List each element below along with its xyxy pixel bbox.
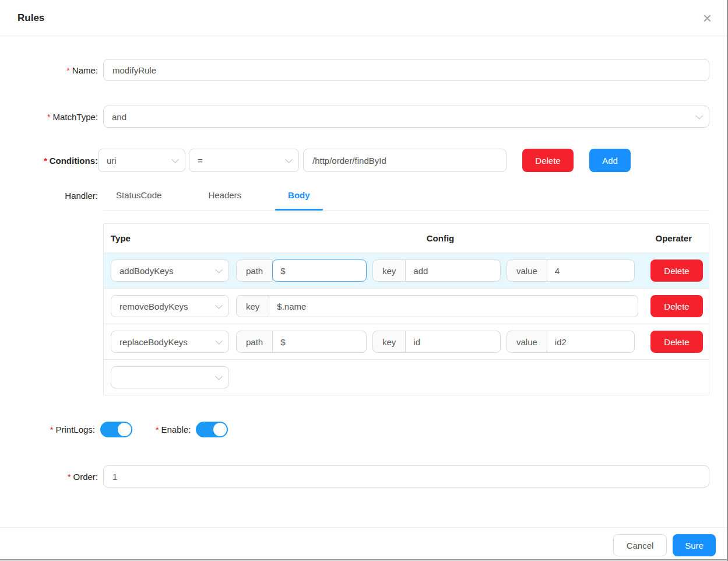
chevron-down-icon [695, 112, 703, 120]
condition-operator-select[interactable]: = [189, 149, 299, 172]
conditions-label: *Conditions: [0, 156, 98, 166]
name-row: *Name: [0, 59, 709, 81]
row3-key-input[interactable] [406, 331, 501, 353]
row1-path-input[interactable] [272, 260, 367, 282]
enable-toggle[interactable] [196, 422, 228, 437]
column-header-operater: Operater [645, 233, 709, 243]
required-asterisk: * [44, 156, 47, 166]
order-row: *Order: [0, 465, 709, 488]
table-row: addBodyKeys path key value Delete [104, 253, 709, 289]
tab-statuscode[interactable]: StatusCode [103, 184, 174, 210]
matchtype-select-value: and [112, 112, 126, 122]
chevron-down-icon [215, 337, 223, 345]
key-addon-label: key [372, 260, 406, 282]
toggle-knob [118, 423, 131, 436]
required-asterisk: * [47, 113, 50, 122]
row2-key-input[interactable] [269, 295, 638, 317]
chevron-down-icon [285, 156, 293, 163]
condition-add-button[interactable]: Add [589, 149, 631, 172]
toggles-row: *PrintLogs: *Enable: [50, 422, 728, 437]
table-header: Type Config Operater [104, 224, 709, 253]
handler-label: Handler: [0, 184, 98, 201]
required-asterisk: * [156, 425, 159, 434]
row4-type-select[interactable] [111, 366, 229, 388]
printlogs-label: *PrintLogs: [50, 425, 95, 434]
required-asterisk: * [66, 66, 69, 75]
toggle-knob [213, 423, 227, 436]
row1-delete-button[interactable]: Delete [650, 260, 703, 282]
path-addon-label: path [236, 260, 273, 282]
modal-header: Rules × [0, 0, 728, 36]
row1-type-select[interactable]: addBodyKeys [111, 260, 229, 282]
value-addon-label: value [507, 260, 547, 282]
column-header-config: Config [236, 233, 645, 243]
key-addon-label: key [236, 295, 269, 317]
matchtype-select[interactable]: and [103, 106, 709, 128]
window-edge-bottom [0, 559, 728, 560]
condition-field-select[interactable]: uri [98, 149, 185, 172]
row3-delete-button[interactable]: Delete [650, 331, 703, 353]
body-rules-table: Type Config Operater addBodyKeys path ke… [103, 223, 709, 395]
table-row: removeBodyKeys key Delete [104, 289, 709, 324]
close-icon[interactable]: × [703, 10, 712, 26]
chevron-down-icon [215, 301, 223, 309]
condition-operator-value: = [198, 156, 203, 166]
row3-path-input[interactable] [273, 331, 367, 353]
conditions-row: *Conditions: uri = Delete Add [0, 149, 709, 172]
tab-headers[interactable]: Headers [195, 184, 254, 210]
handler-tabs: StatusCode Headers Body [103, 184, 709, 211]
order-input[interactable] [103, 465, 709, 488]
row2-delete-button[interactable]: Delete [650, 295, 703, 317]
sure-button[interactable]: Sure [673, 534, 716, 556]
condition-field-value: uri [107, 156, 117, 166]
tab-body[interactable]: Body [275, 184, 323, 210]
row3-type-select[interactable]: replaceBodyKeys [111, 331, 229, 353]
row1-value-input[interactable] [547, 260, 635, 282]
row1-type-value: addBodyKeys [119, 266, 174, 276]
handler-row: Handler: StatusCode Headers Body [0, 184, 709, 211]
modal-footer: Cancel Sure [0, 527, 728, 556]
enable-label: *Enable: [156, 425, 191, 434]
row2-type-value: removeBodyKeys [119, 301, 188, 311]
chevron-down-icon [215, 373, 223, 380]
column-header-type: Type [111, 233, 236, 243]
matchtype-row: *MatchType: and [0, 106, 709, 128]
value-addon-label: value [507, 331, 547, 353]
name-input[interactable] [103, 59, 709, 81]
name-label: *Name: [0, 65, 98, 75]
row3-type-value: replaceBodyKeys [119, 337, 188, 347]
chevron-down-icon [215, 266, 223, 274]
key-addon-label: key [372, 331, 406, 353]
condition-delete-button[interactable]: Delete [522, 149, 574, 172]
modal-title: Rules [17, 12, 44, 24]
path-addon-label: path [236, 331, 273, 353]
matchtype-label: *MatchType: [0, 112, 98, 122]
condition-value-input[interactable] [303, 149, 507, 172]
required-asterisk: * [68, 472, 71, 482]
row1-key-input[interactable] [406, 260, 501, 282]
required-asterisk: * [50, 425, 53, 434]
printlogs-toggle[interactable] [100, 422, 132, 437]
cancel-button[interactable]: Cancel [613, 534, 667, 556]
row3-value-input[interactable] [547, 331, 635, 353]
table-row [104, 360, 709, 395]
chevron-down-icon [171, 156, 179, 163]
order-label: *Order: [0, 472, 98, 482]
row2-type-select[interactable]: removeBodyKeys [111, 295, 229, 317]
table-row: replaceBodyKeys path key value Delete [104, 324, 709, 360]
